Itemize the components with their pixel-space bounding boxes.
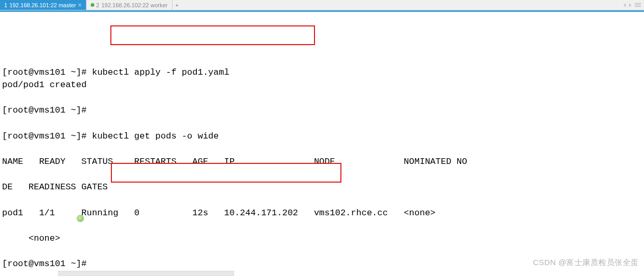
chevron-right-icon[interactable]	[629, 3, 632, 7]
scrollbar[interactable]	[0, 270, 644, 277]
tab-worker[interactable]: 2 192.168.26.102:22 worker	[87, 0, 173, 10]
highlight-box-1	[110, 25, 315, 45]
output-line: pod/pod1 created	[2, 79, 642, 92]
scroll-thumb[interactable]	[58, 271, 234, 276]
tab-master[interactable]: 1 192.168.26.101:22 master ×	[0, 0, 87, 10]
chevron-left-icon[interactable]	[623, 3, 626, 7]
prompt: [root@vms101 ~]#	[2, 104, 642, 117]
table-header: NAME READY STATUS RESTARTS AGE IP NODE N…	[2, 156, 642, 169]
status-dot-icon	[91, 3, 94, 7]
command-get-pods: [root@vms101 ~]# kubectl get pods -o wid…	[2, 130, 642, 143]
menu-icon[interactable]	[635, 3, 641, 7]
cursor-indicator	[77, 215, 84, 222]
tab-bar: 1 192.168.26.101:22 master × 2 192.168.2…	[0, 0, 644, 10]
table-row: <none>	[2, 232, 642, 245]
command-apply: kubectl apply -f pod1.yaml	[92, 67, 229, 77]
tab-index: 1	[4, 2, 7, 8]
prompt: [root@vms101 ~]#	[2, 67, 92, 77]
table-row: pod1 1/1 Running 0 12s 10.244.171.202 vm…	[2, 207, 642, 220]
tab-index: 2	[96, 2, 99, 8]
close-icon[interactable]: ×	[78, 2, 82, 9]
tab-label: 192.168.26.102:22 worker	[102, 2, 168, 8]
tab-label: 192.168.26.101:22 master	[9, 2, 76, 8]
terminal-output[interactable]: [root@vms101 ~]# kubectl apply -f pod1.y…	[0, 12, 644, 277]
table-header: DE READINESS GATES	[2, 181, 642, 194]
tab-controls	[623, 0, 644, 10]
watermark: CSDN @富士康质检员张全蛋	[533, 258, 639, 268]
add-tab-button[interactable]: +	[173, 0, 182, 10]
